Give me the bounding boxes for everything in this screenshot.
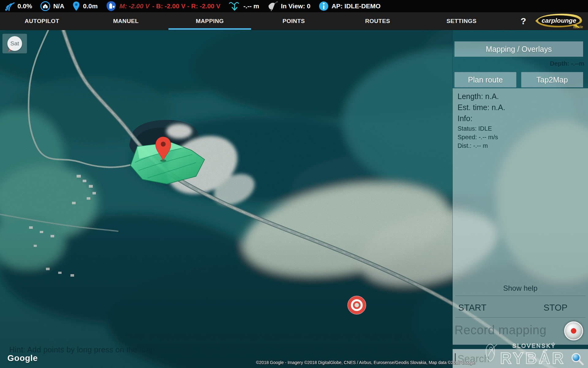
map-type-label: Sat (7, 36, 22, 51)
ap-value: AP: IDLE-DEMO (332, 2, 381, 10)
gps-in-view: In View: 0 (281, 2, 310, 10)
help-button[interactable]: ? (521, 16, 526, 26)
record-mapping-label: Record mapping (454, 323, 547, 337)
main-nav: AUTOPILOT MANUEL MAPPING POINTS ROUTES S… (0, 12, 588, 30)
depth-value: -.-- m (243, 2, 259, 10)
tab-points[interactable]: POINTS (252, 12, 336, 30)
status-readout: Status: IDLE (458, 125, 505, 132)
route-est-time: Est. time: n.A. (458, 103, 505, 112)
speed-readout: Speed: -.-- m/s (458, 134, 505, 141)
boat-position-marker[interactable] (348, 296, 366, 314)
search-bar (453, 349, 588, 368)
signal-status: 0.0% (4, 1, 32, 11)
tab-manuel[interactable]: MANUEL (84, 12, 168, 30)
status-bar: 0.0% N/A 0.0m M: -2.00 V - B: -2.00 V - … (0, 0, 588, 12)
gps-status: In View: 0 (267, 1, 310, 11)
location-pin-icon (72, 1, 80, 11)
panel-info: Length: n.A. Est. time: n.A. Info: Statu… (453, 88, 588, 345)
voltage-status: M: -2.00 V - B: -2.00 V - R: -2.00 V (106, 1, 221, 12)
route-length: Length: n.A. (458, 92, 505, 101)
svg-text:carplounge: carplounge (541, 17, 576, 24)
tab-autopilot[interactable]: AUTOPILOT (0, 12, 84, 30)
tab-routes[interactable]: ROUTES (336, 12, 420, 30)
tab-mapping[interactable]: MAPPING (168, 12, 252, 30)
svg-text:tackle: tackle (573, 25, 583, 29)
map-hint: Hint: Add points by long press on the ma… (9, 345, 157, 354)
home-value: N/A (53, 2, 64, 10)
depth-sounder-icon (228, 1, 241, 11)
divider (455, 317, 586, 318)
info-icon (318, 1, 329, 11)
depth-readout: Depth: -.--m (550, 60, 584, 67)
search-icon[interactable] (570, 352, 584, 366)
plan-route-button[interactable]: Plan route (454, 72, 516, 87)
carplounge-logo: carplounge tackle (534, 13, 583, 29)
tap2map-button[interactable]: Tap2Map (521, 72, 583, 87)
ap-status: AP: IDLE-DEMO (318, 1, 381, 11)
mapping-overlays-button[interactable]: Mapping / Overlays (454, 41, 583, 57)
start-button[interactable]: START (453, 303, 523, 313)
panel-top: Mapping / Overlays Depth: -.--m Plan rou… (453, 30, 588, 88)
home-icon (40, 1, 51, 11)
record-button[interactable] (564, 321, 583, 340)
voltage-rest: - B: -2.00 V - R: -2.00 V (152, 2, 221, 10)
show-help-button[interactable]: Show help (453, 284, 588, 293)
altitude-status: 0.0m (72, 1, 98, 11)
depth-status: -.-- m (228, 1, 259, 11)
dist-readout: Dist.: -.-- m (458, 142, 505, 149)
wifi-icon (4, 1, 15, 11)
map-attribution: ©2018 Google - Imagery ©2018 DigitalGlob… (256, 360, 476, 365)
home-status: N/A (40, 1, 64, 11)
stop-button[interactable]: STOP (523, 303, 588, 313)
map-type-button[interactable]: Sat (2, 34, 27, 53)
signal-value: 0.0% (17, 2, 32, 10)
battery-icon (106, 1, 117, 12)
altitude-value: 0.0m (83, 2, 98, 10)
divider (455, 296, 586, 296)
google-logo: Google (7, 353, 38, 363)
satellite-dish-icon (267, 1, 278, 11)
info-label: Info: (458, 114, 505, 123)
voltage-main: M: -2.00 V (119, 2, 149, 10)
tab-settings[interactable]: SETTINGS (420, 12, 503, 30)
mapping-panel: Mapping / Overlays Depth: -.--m Plan rou… (452, 30, 588, 368)
